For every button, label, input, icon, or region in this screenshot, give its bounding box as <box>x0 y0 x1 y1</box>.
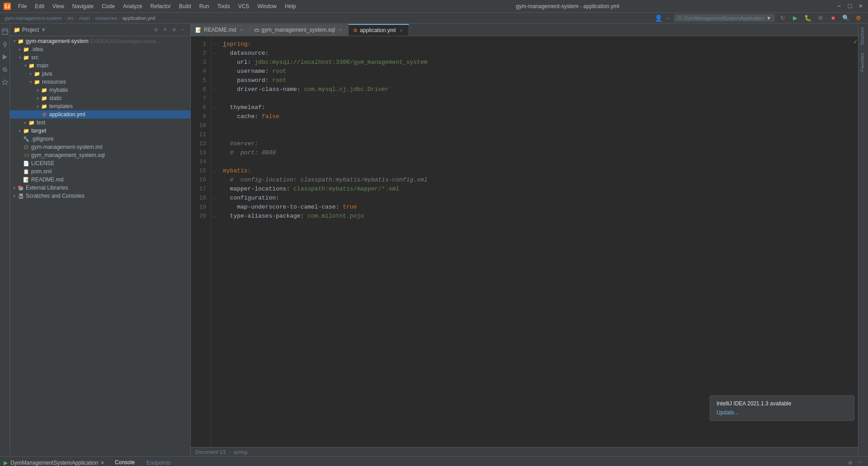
menu-code[interactable]: Code <box>98 2 118 10</box>
fold-8[interactable]: ⌵ <box>213 103 216 112</box>
tree-item-scratches[interactable]: ▸ 📓 Scratches and Consoles <box>10 192 190 200</box>
crumb-sep-2: › <box>76 15 78 21</box>
tree-item-readme[interactable]: ▸ 📝 README.md <box>10 176 190 184</box>
run-button[interactable]: ▶ <box>790 13 800 23</box>
fold-6[interactable]: ⌵ <box>213 85 216 94</box>
code-line-1: |spring: <box>223 40 852 49</box>
tree-item-gitignore[interactable]: ▸ 🔧 .gitignore <box>10 135 190 143</box>
sql-tab-close[interactable]: × <box>337 27 344 33</box>
tab-sql[interactable]: 🗃 gym_management_system.sql × <box>250 24 349 36</box>
menu-window[interactable]: Window <box>254 2 280 10</box>
run-config-dropdown[interactable]: ⬡ GymManagementSystemApplication ▼ <box>674 14 775 22</box>
close-button[interactable]: × <box>857 3 864 10</box>
arrow-icon: ▸ <box>35 104 41 109</box>
project-dropdown[interactable]: ▼ <box>41 27 46 33</box>
iml-file-icon: ⬡ <box>23 143 30 151</box>
commit-icon[interactable] <box>0 38 9 51</box>
menu-file[interactable]: File <box>14 2 30 10</box>
readme-tab-close[interactable]: × <box>238 27 245 33</box>
crumb-file[interactable]: application.yml <box>123 15 156 21</box>
settings-button[interactable]: ⚙ <box>854 13 863 23</box>
tree-item-license[interactable]: ▸ 📄 LICENSE <box>10 159 190 167</box>
arrow-icon: ▸ <box>23 120 28 125</box>
tree-item-resources[interactable]: ▾ 📁 resources <box>10 78 190 86</box>
menu-help[interactable]: Help <box>281 2 300 10</box>
fold-20[interactable]: ⌵ <box>213 212 216 221</box>
update-link[interactable]: Update... <box>717 409 848 416</box>
tree-item-static[interactable]: ▸ 📁 static <box>10 94 190 102</box>
menu-view[interactable]: View <box>49 2 68 10</box>
fold-2[interactable]: ⌵ <box>213 49 216 58</box>
tree-item-src[interactable]: ▾ 📁 src <box>10 53 190 62</box>
structure-tab[interactable]: Structure <box>859 24 868 49</box>
title-bar: IJ File Edit View Navigate Code Analyze … <box>0 0 868 13</box>
debug-button[interactable]: 🐛 <box>803 13 813 23</box>
tree-item-test[interactable]: ▸ 📁 test <box>10 119 190 127</box>
crumb-main[interactable]: main <box>79 15 90 21</box>
scratch-icon: 📓 <box>17 192 24 200</box>
run-close-button[interactable]: × <box>101 460 104 466</box>
svg-point-4 <box>4 43 6 46</box>
favorites-icon[interactable] <box>0 76 9 89</box>
idea-label: .idea <box>31 46 43 52</box>
sql-label: gym_management_system.sql <box>31 152 105 158</box>
stop-button[interactable]: ■ <box>828 13 838 23</box>
menu-vcs[interactable]: VCS <box>235 2 253 10</box>
refresh-button[interactable]: ↻ <box>778 13 788 23</box>
endpoints-tab[interactable]: Endpoints <box>141 456 176 466</box>
run-icon[interactable] <box>0 51 9 63</box>
check-icon: ✓ <box>854 38 857 46</box>
menu-tools[interactable]: Tools <box>214 2 234 10</box>
code-content[interactable]: |spring: datasource: url: jdbc:mysql://l… <box>218 36 852 447</box>
tree-item-sql[interactable]: ▸ 🗃 gym_management_system.sql <box>10 151 190 159</box>
settings-gear-button[interactable]: ⚙ <box>846 459 854 466</box>
favorites-tab[interactable]: Favorites <box>859 49 868 75</box>
run-config-chevron[interactable]: ▼ <box>766 15 771 21</box>
menu-refactor[interactable]: Refactor <box>147 2 175 10</box>
fold-18[interactable]: ⌵ <box>213 194 216 203</box>
crumb-src[interactable]: src <box>67 15 74 21</box>
search-button[interactable]: 🔍 <box>841 13 851 23</box>
yaml-tab-close[interactable]: × <box>398 27 404 33</box>
project-icon[interactable] <box>0 25 9 38</box>
tree-item-templates[interactable]: ▸ 📁 templates <box>10 102 190 110</box>
collapse-all-button[interactable]: ≡ <box>161 26 169 33</box>
tree-item-pom[interactable]: ▸ 📋 pom.xml <box>10 167 190 176</box>
menu-run[interactable]: Run <box>196 2 213 10</box>
tree-item-mybatis[interactable]: ▸ 📁 mybatis <box>10 86 190 94</box>
tree-item-root[interactable]: ▾ 📁 gym-management-system E:\IDEA2021\sa… <box>10 37 190 45</box>
hide-panel-button[interactable]: − <box>179 26 187 33</box>
folder-icon: 📁 <box>23 127 30 134</box>
tab-application-yml[interactable]: ⚙ application.yml × <box>349 24 409 36</box>
profile-icon[interactable]: 👤 <box>655 14 662 22</box>
tree-item-iml[interactable]: ▸ ⬡ gym-management-system.iml <box>10 143 190 151</box>
menu-navigate[interactable]: Navigate <box>69 2 97 10</box>
tab-readme[interactable]: 📝 README.md × <box>191 24 250 36</box>
back-button[interactable]: ← <box>665 14 671 22</box>
tree-item-main[interactable]: ▾ 📁 main <box>10 62 190 70</box>
tree-item-idea[interactable]: ▸ 📁 .idea <box>10 45 190 53</box>
menu-analyze[interactable]: Analyze <box>119 2 146 10</box>
folder-icon: 📁 <box>28 62 35 69</box>
menu-edit[interactable]: Edit <box>31 2 48 10</box>
fold-15[interactable]: ⌵ <box>213 166 216 176</box>
console-tab[interactable]: Console <box>109 456 140 466</box>
tree-item-ext-lib[interactable]: ▸ 📚 External Libraries <box>10 184 190 192</box>
hide-bottom-button[interactable]: − <box>856 459 864 466</box>
crumb-resources[interactable]: resources <box>95 15 117 21</box>
project-settings-button[interactable]: ⚙ <box>170 26 178 33</box>
menu-build[interactable]: Build <box>175 2 195 10</box>
templates-label: templates <box>49 103 73 109</box>
project-panel-header: 📁 Project ▼ ◎ ≡ ⚙ − <box>10 24 190 36</box>
coverage-button[interactable]: ⚙ <box>816 13 826 23</box>
maximize-button[interactable]: □ <box>846 3 854 10</box>
tree-item-target[interactable]: ▸ 📁 target <box>10 127 190 135</box>
tree-item-application-yml[interactable]: ▸ ⚙ application.yml <box>10 110 190 119</box>
arrow-icon: ▸ <box>12 185 17 190</box>
minimize-button[interactable]: − <box>835 3 843 10</box>
debug-icon[interactable] <box>0 63 9 76</box>
locate-file-button[interactable]: ◎ <box>152 26 160 33</box>
fold-1[interactable]: ⌵ <box>213 40 216 49</box>
crumb-project[interactable]: gym-management-system <box>5 15 62 21</box>
tree-item-java[interactable]: ▸ 📁 java <box>10 70 190 78</box>
